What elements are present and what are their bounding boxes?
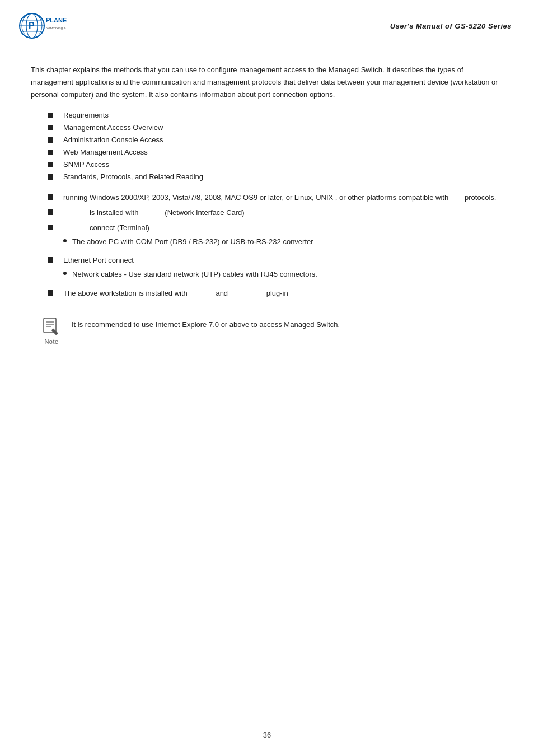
note-icon <box>41 316 62 337</box>
req-item-4-sub: Network cables - Use standard network (U… <box>63 269 317 282</box>
intro-paragraph: This chapter explains the methods that y… <box>31 64 503 101</box>
req-item-1: running Windows 2000/XP, 2003, Vista/7/8… <box>48 192 503 204</box>
svg-text:PLANET: PLANET <box>46 17 67 24</box>
bullet-icon <box>48 290 53 296</box>
note-label: Note <box>44 338 58 345</box>
requirements-section: running Windows 2000/XP, 2003, Vista/7/8… <box>31 192 503 300</box>
requirements-list: running Windows 2000/XP, 2003, Vista/7/8… <box>48 192 503 300</box>
bullet-icon <box>48 162 53 167</box>
req-item-4: Ethernet Port connect Network cables - U… <box>48 255 503 284</box>
page: P PLANET Networking & Communication User… <box>0 0 534 756</box>
req-item-3: connect (Terminal) The above PC with COM… <box>48 222 503 252</box>
req-item-2-text: is installed with (Network Interface Car… <box>63 207 503 219</box>
dot-icon <box>63 239 67 242</box>
bullet-icon <box>48 257 53 263</box>
logo-area: P PLANET Networking & Communication <box>17 10 67 41</box>
toc-list: Requirements Management Access Overview … <box>48 111 503 181</box>
bullet-icon <box>48 150 53 155</box>
note-icon-area: Note <box>39 316 64 345</box>
svg-text:P: P <box>29 21 35 30</box>
note-text: It is recommended to use Internet Explor… <box>72 316 340 331</box>
req-item-5-text: The above workstation is installed with … <box>63 288 503 300</box>
req-item-1-text: running Windows 2000/XP, 2003, Vista/7/8… <box>63 192 503 204</box>
dot-icon <box>63 272 67 275</box>
req-sub-item-4-1: Network cables - Use standard network (U… <box>63 269 317 281</box>
bullet-icon <box>48 137 53 143</box>
bullet-icon <box>48 174 53 180</box>
bullet-icon <box>48 125 53 130</box>
req-item-2: is installed with (Network Interface Car… <box>48 207 503 219</box>
header-title: User's Manual of GS-5220 Series <box>390 22 512 30</box>
req-sub-item-3-1: The above PC with COM Port (DB9 / RS-232… <box>63 236 313 248</box>
toc-item-management-access-overview: Management Access Overview <box>48 123 503 132</box>
toc-item-snmp: SNMP Access <box>48 160 503 169</box>
req-item-3-sub: The above PC with COM Port (DB9 / RS-232… <box>63 236 313 250</box>
svg-text:Networking & Communication: Networking & Communication <box>46 26 67 30</box>
req-item-3-text: connect (Terminal) <box>63 222 149 234</box>
toc-item-requirements: Requirements <box>48 111 503 119</box>
planet-logo: P PLANET Networking & Communication <box>17 10 67 41</box>
page-header: P PLANET Networking & Communication User… <box>0 0 534 47</box>
bullet-icon <box>48 209 53 215</box>
note-box: Note It is recommended to use Internet E… <box>31 310 503 351</box>
bullet-icon <box>48 194 53 200</box>
req-item-4-text: Ethernet Port connect <box>63 255 134 267</box>
toc-item-web-mgmt: Web Management Access <box>48 148 503 156</box>
req-item-5: The above workstation is installed with … <box>48 288 503 300</box>
main-content: This chapter explains the methods that y… <box>0 47 534 368</box>
toc-item-standards: Standards, Protocols, and Related Readin… <box>48 172 503 181</box>
bullet-icon <box>48 225 53 230</box>
page-number: 36 <box>0 731 534 739</box>
bullet-icon <box>48 113 53 118</box>
toc-item-admin-console: Administration Console Access <box>48 136 503 144</box>
